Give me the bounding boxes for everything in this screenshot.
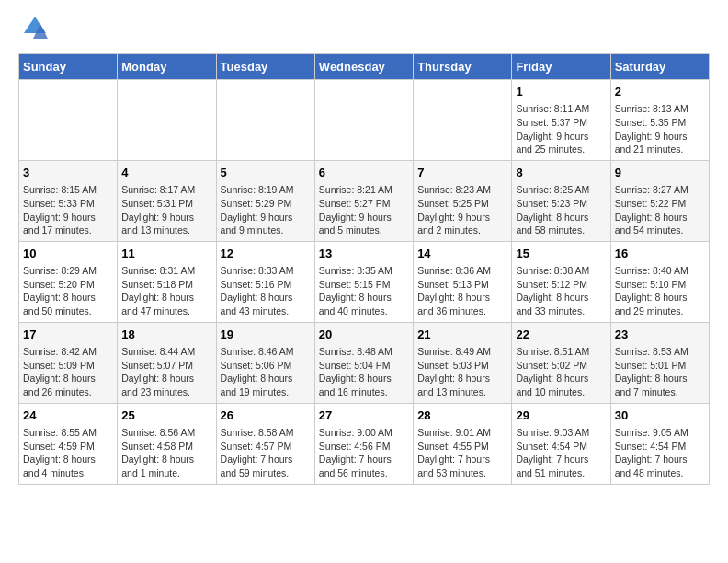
calendar-cell: 12Sunrise: 8:33 AMSunset: 5:16 PMDayligh… [216, 241, 314, 322]
day-info: Sunrise: 8:44 AMSunset: 5:07 PMDaylight:… [121, 345, 211, 399]
day-info: Sunrise: 8:35 AMSunset: 5:15 PMDaylight:… [319, 264, 409, 318]
day-number: 15 [516, 246, 606, 262]
day-info: Sunrise: 8:40 AMSunset: 5:10 PMDaylight:… [615, 264, 705, 318]
day-info: Sunrise: 8:42 AMSunset: 5:09 PMDaylight:… [23, 345, 113, 399]
day-info: Sunrise: 8:53 AMSunset: 5:01 PMDaylight:… [615, 345, 705, 399]
day-number: 2 [615, 84, 705, 100]
calendar-cell [118, 80, 216, 161]
day-number: 30 [615, 408, 705, 424]
day-info: Sunrise: 8:51 AMSunset: 5:02 PMDaylight:… [516, 345, 606, 399]
calendar-cell: 27Sunrise: 9:00 AMSunset: 4:56 PMDayligh… [314, 403, 413, 484]
weekday-header-thursday: Thursday [414, 54, 512, 80]
day-number: 14 [417, 246, 507, 262]
calendar-cell: 21Sunrise: 8:49 AMSunset: 5:03 PMDayligh… [414, 322, 512, 403]
weekday-header-friday: Friday [512, 54, 610, 80]
day-info: Sunrise: 8:48 AMSunset: 5:04 PMDaylight:… [319, 345, 409, 399]
calendar-cell: 25Sunrise: 8:56 AMSunset: 4:58 PMDayligh… [118, 403, 216, 484]
day-info: Sunrise: 8:58 AMSunset: 4:57 PMDaylight:… [221, 426, 311, 480]
calendar-cell: 2Sunrise: 8:13 AMSunset: 5:35 PMDaylight… [610, 80, 709, 161]
day-info: Sunrise: 9:03 AMSunset: 4:54 PMDaylight:… [516, 426, 606, 480]
day-info: Sunrise: 8:19 AMSunset: 5:29 PMDaylight:… [221, 183, 311, 237]
calendar-cell: 24Sunrise: 8:55 AMSunset: 4:59 PMDayligh… [19, 403, 118, 484]
day-number: 16 [615, 246, 705, 262]
day-info: Sunrise: 8:31 AMSunset: 5:18 PMDaylight:… [121, 264, 211, 318]
calendar-cell: 30Sunrise: 9:05 AMSunset: 4:54 PMDayligh… [610, 403, 709, 484]
calendar-cell: 9Sunrise: 8:27 AMSunset: 5:22 PMDaylight… [610, 160, 709, 241]
day-info: Sunrise: 8:15 AMSunset: 5:33 PMDaylight:… [23, 183, 113, 237]
day-info: Sunrise: 8:13 AMSunset: 5:35 PMDaylight:… [615, 102, 705, 156]
calendar-cell: 16Sunrise: 8:40 AMSunset: 5:10 PMDayligh… [610, 241, 709, 322]
calendar-week-row: 1Sunrise: 8:11 AMSunset: 5:37 PMDaylight… [19, 80, 710, 161]
day-info: Sunrise: 8:29 AMSunset: 5:20 PMDaylight:… [23, 264, 113, 318]
day-info: Sunrise: 9:01 AMSunset: 4:55 PMDaylight:… [417, 426, 507, 480]
calendar-cell: 22Sunrise: 8:51 AMSunset: 5:02 PMDayligh… [512, 322, 610, 403]
calendar-cell: 11Sunrise: 8:31 AMSunset: 5:18 PMDayligh… [118, 241, 216, 322]
day-number: 3 [23, 165, 113, 181]
day-number: 19 [221, 327, 311, 343]
calendar-header-row: SundayMondayTuesdayWednesdayThursdayFrid… [19, 54, 710, 80]
day-number: 18 [121, 327, 211, 343]
day-number: 12 [221, 246, 311, 262]
day-number: 10 [23, 246, 113, 262]
logo [18, 18, 48, 44]
calendar-cell: 10Sunrise: 8:29 AMSunset: 5:20 PMDayligh… [19, 241, 118, 322]
weekday-header-tuesday: Tuesday [216, 54, 314, 80]
calendar-cell: 18Sunrise: 8:44 AMSunset: 5:07 PMDayligh… [118, 322, 216, 403]
day-number: 27 [319, 408, 409, 424]
day-number: 20 [319, 327, 409, 343]
calendar-cell: 7Sunrise: 8:23 AMSunset: 5:25 PMDaylight… [414, 160, 512, 241]
calendar-cell [216, 80, 314, 161]
calendar-cell: 15Sunrise: 8:38 AMSunset: 5:12 PMDayligh… [512, 241, 610, 322]
day-info: Sunrise: 9:05 AMSunset: 4:54 PMDaylight:… [615, 426, 705, 480]
day-number: 17 [23, 327, 113, 343]
day-number: 23 [615, 327, 705, 343]
day-number: 21 [417, 327, 507, 343]
day-number: 11 [121, 246, 211, 262]
calendar-cell: 29Sunrise: 9:03 AMSunset: 4:54 PMDayligh… [512, 403, 610, 484]
day-number: 24 [23, 408, 113, 424]
calendar-cell: 1Sunrise: 8:11 AMSunset: 5:37 PMDaylight… [512, 80, 610, 161]
calendar-cell: 13Sunrise: 8:35 AMSunset: 5:15 PMDayligh… [314, 241, 413, 322]
calendar-cell: 3Sunrise: 8:15 AMSunset: 5:33 PMDaylight… [19, 160, 118, 241]
day-info: Sunrise: 8:23 AMSunset: 5:25 PMDaylight:… [417, 183, 507, 237]
day-info: Sunrise: 8:33 AMSunset: 5:16 PMDaylight:… [221, 264, 311, 318]
day-info: Sunrise: 8:25 AMSunset: 5:23 PMDaylight:… [516, 183, 606, 237]
day-number: 22 [516, 327, 606, 343]
day-info: Sunrise: 8:38 AMSunset: 5:12 PMDaylight:… [516, 264, 606, 318]
calendar-cell: 28Sunrise: 9:01 AMSunset: 4:55 PMDayligh… [414, 403, 512, 484]
calendar-cell: 20Sunrise: 8:48 AMSunset: 5:04 PMDayligh… [314, 322, 413, 403]
weekday-header-monday: Monday [118, 54, 216, 80]
calendar-cell: 6Sunrise: 8:21 AMSunset: 5:27 PMDaylight… [314, 160, 413, 241]
logo-icon [22, 15, 48, 44]
day-number: 26 [221, 408, 311, 424]
calendar-cell: 4Sunrise: 8:17 AMSunset: 5:31 PMDaylight… [118, 160, 216, 241]
calendar-cell: 19Sunrise: 8:46 AMSunset: 5:06 PMDayligh… [216, 322, 314, 403]
day-info: Sunrise: 8:27 AMSunset: 5:22 PMDaylight:… [615, 183, 705, 237]
day-info: Sunrise: 9:00 AMSunset: 4:56 PMDaylight:… [319, 426, 409, 480]
day-number: 25 [121, 408, 211, 424]
weekday-header-saturday: Saturday [610, 54, 709, 80]
day-number: 7 [417, 165, 507, 181]
day-info: Sunrise: 8:46 AMSunset: 5:06 PMDaylight:… [221, 345, 311, 399]
calendar-cell: 17Sunrise: 8:42 AMSunset: 5:09 PMDayligh… [19, 322, 118, 403]
day-number: 1 [516, 84, 606, 100]
calendar-cell [414, 80, 512, 161]
calendar-week-row: 10Sunrise: 8:29 AMSunset: 5:20 PMDayligh… [19, 241, 710, 322]
calendar-cell [314, 80, 413, 161]
day-number: 29 [516, 408, 606, 424]
day-number: 8 [516, 165, 606, 181]
calendar-cell: 26Sunrise: 8:58 AMSunset: 4:57 PMDayligh… [216, 403, 314, 484]
calendar-cell: 8Sunrise: 8:25 AMSunset: 5:23 PMDaylight… [512, 160, 610, 241]
day-number: 5 [221, 165, 311, 181]
calendar-cell: 14Sunrise: 8:36 AMSunset: 5:13 PMDayligh… [414, 241, 512, 322]
day-info: Sunrise: 8:55 AMSunset: 4:59 PMDaylight:… [23, 426, 113, 480]
day-number: 9 [615, 165, 705, 181]
day-number: 13 [319, 246, 409, 262]
weekday-header-wednesday: Wednesday [314, 54, 413, 80]
calendar-week-row: 24Sunrise: 8:55 AMSunset: 4:59 PMDayligh… [19, 403, 710, 484]
day-number: 28 [417, 408, 507, 424]
day-info: Sunrise: 8:36 AMSunset: 5:13 PMDaylight:… [417, 264, 507, 318]
day-number: 6 [319, 165, 409, 181]
calendar-table: SundayMondayTuesdayWednesdayThursdayFrid… [18, 53, 710, 485]
calendar-cell [19, 80, 118, 161]
